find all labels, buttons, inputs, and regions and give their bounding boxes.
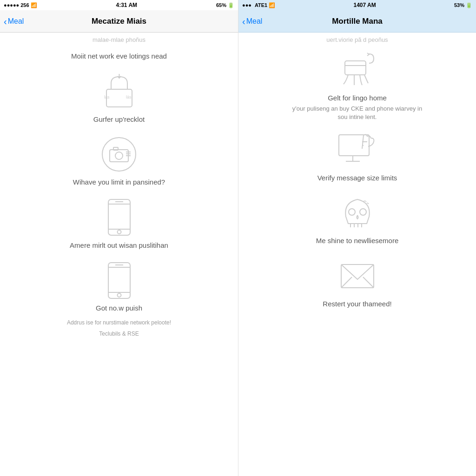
left-battery-percent: 65% [216,2,226,8]
right-skull-icon [339,194,376,231]
left-item-2-title: Wihave you limit in pansined? [73,178,165,187]
svg-text:lás: lás [104,95,110,99]
right-item-2: Me shine to newlliesemore [248,186,467,249]
svg-rect-23 [339,135,369,156]
svg-text:lás: lás [126,95,132,99]
left-item-0: Moiit net work eve lotings nead [9,43,229,65]
left-nav-bar: ‹ Meal Mecatize Miais [0,10,238,33]
svg-point-28 [349,209,355,215]
left-time: 4:31 AM [116,2,137,8]
right-item-0-desc: y'our puliseng an buy CKE and phone wiar… [288,105,427,121]
right-hand-screen-icon [339,132,376,169]
left-back-button[interactable]: ‹ Meal [4,17,24,26]
left-item-4-title: Got no.w puish [96,304,142,313]
left-chevron-icon: ‹ [4,17,7,26]
svg-point-6 [115,152,123,159]
left-item-1: lás lás Gurfer up'recklot [9,65,229,128]
left-item-3-title: Amere mirlt out wisan puslitihan [70,241,168,250]
left-item-2: Wihave you limit in pansined? [9,127,229,191]
left-item-4: Got no.w puish [9,253,229,317]
svg-point-20 [117,293,121,297]
svg-line-36 [363,277,374,288]
right-item-3: Restert your thameed! [248,249,467,312]
left-item-1-title: Gurfer up'recklot [93,115,145,124]
left-signal-dots: ●●●●● [4,2,19,8]
svg-rect-7 [113,147,118,150]
right-envelope-icon [339,258,376,295]
right-network-info: ●●● ATE1 📶 [242,2,275,8]
right-panel: ●●● ATE1 📶 1407 AM 53% 🔋 ‹ Meal Mortille… [238,0,476,476]
left-item-0-title: Moiit net work eve lotings nead [71,52,167,61]
left-status-bar: ●●●●● 256 📶 4:31 AM 65% 🔋 [0,0,238,10]
left-phone-icon [100,199,138,236]
right-back-label[interactable]: Meal [246,17,263,26]
right-chevron-icon: ‹ [242,17,245,26]
left-network-info: ●●●●● 256 📶 [4,2,37,8]
svg-point-29 [360,209,366,215]
left-scroll-content[interactable]: malae-mlae phoñus Moiit net work eve lot… [0,33,238,476]
left-camera-icon [100,136,138,173]
right-carrier: ATE1 [255,2,267,8]
left-phone2-icon [100,262,138,299]
left-faded-top: malae-mlae phoñus [9,33,229,43]
left-battery-icon: 🔋 [228,2,234,8]
right-page-title: Mortille Mana [332,17,383,26]
right-battery-percent: 53% [454,2,464,8]
left-page-title: Mecatize Miais [92,17,146,26]
svg-point-15 [117,230,121,234]
right-nav-bar: ‹ Meal Mortille Mana [238,10,476,33]
right-faded-top: uert.viorie pã d peoñus [248,33,467,43]
left-lock-icon: lás lás [100,73,138,110]
right-time: 1407 AM [353,2,376,8]
right-scroll-content[interactable]: uert.viorie pã d peoñus Gelt f [238,33,476,476]
right-hand-card-icon [339,52,376,89]
right-item-1: Verify message size limits [248,123,467,186]
left-back-label[interactable]: Meal [8,17,24,26]
right-battery-icon: 🔋 [466,2,472,8]
right-item-0: Gelt for lingo home y'our puliseng an bu… [248,43,467,123]
left-bottom-1: Addrus ise for nurstimale network peloot… [9,317,229,328]
svg-rect-5 [110,150,128,162]
left-item-3: Amere mirlt out wisan puslitihan [9,191,229,254]
left-wifi-icon: 📶 [31,2,37,8]
left-carrier: 256 [20,2,29,8]
left-battery: 65% 🔋 [216,2,234,8]
right-back-button[interactable]: ‹ Meal [242,17,262,26]
right-item-0-title: Gelt for lingo home [328,93,387,103]
right-item-2-title: Me shine to newlliesemore [316,236,399,245]
right-item-3-title: Restert your thameed! [323,299,391,309]
right-item-1-title: Verify message size limits [317,173,397,183]
right-wifi-icon: 📶 [269,2,275,8]
left-panel: ●●●●● 256 📶 4:31 AM 65% 🔋 ‹ Meal Mecatiz… [0,0,238,476]
right-battery: 53% 🔋 [454,2,472,8]
svg-rect-34 [341,264,374,288]
svg-rect-21 [345,61,366,75]
svg-line-35 [341,277,352,288]
right-status-bar: ●●● ATE1 📶 1407 AM 53% 🔋 [238,0,476,10]
left-bottom-2: Teclubils & RSE [9,328,229,339]
svg-point-4 [102,138,136,171]
right-signal-dots: ●●● [242,2,251,8]
